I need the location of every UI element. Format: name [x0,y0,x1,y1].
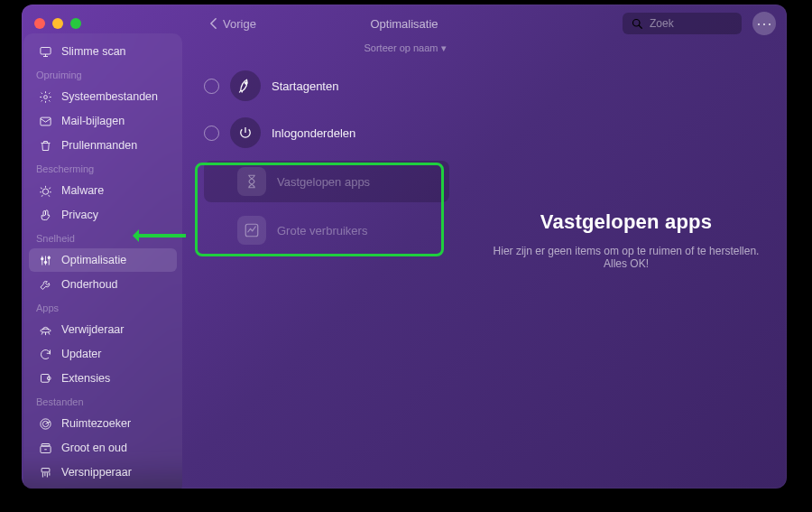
window-controls [34,18,81,29]
detail-subtitle: Hier zijn er geen items om op te ruimen … [487,245,765,270]
sidebar-item-label: Privacy [61,209,98,221]
wrench-icon [38,277,52,292]
app-window: Vorige Optimalisatie ⋯ Slimme scan Oprui… [22,5,787,489]
trash-icon [38,138,52,153]
svg-point-7 [42,189,48,194]
category-login-items[interactable]: Inlogonderdelen [204,114,449,152]
sidebar-item-label: Ruimtezoeker [61,417,131,430]
detail-panel: Vastgelopen apps Hier zijn er geen items… [487,210,765,270]
hand-icon [38,208,52,222]
svg-rect-18 [41,374,49,382]
close-window[interactable] [34,18,45,29]
sidebar-item-uninstaller[interactable]: Verwijderaar [29,318,177,341]
sidebar-item-maintenance[interactable]: Onderhoud [29,273,177,296]
gear-icon [38,89,52,104]
bug-icon [38,183,52,198]
chart-icon [237,216,266,245]
sidebar-item-label: Verwijderaar [61,323,124,336]
svg-point-31 [245,82,247,84]
sidebar-item-optimization[interactable]: Optimalisatie [29,248,177,272]
mail-icon [38,114,52,128]
maximize-window[interactable] [70,18,81,29]
svg-line-1 [639,25,641,28]
sidebar-item-label: Groot en oud [61,442,127,454]
ufo-icon [38,322,52,337]
search-box[interactable] [623,13,742,34]
category-label: Inlogonderdelen [272,126,355,140]
back-label: Vorige [223,17,256,31]
category-label: Grote verbruikers [277,224,367,237]
sidebar-item-privacy[interactable]: Privacy [29,203,177,227]
back-button[interactable]: Vorige [209,17,256,31]
sliders-icon [38,253,52,267]
sidebar-item-label: Malware [61,184,104,197]
power-icon [230,117,261,148]
minimize-window[interactable] [52,18,63,29]
category-label: Startagenten [272,79,338,93]
search-icon [632,18,642,29]
svg-rect-6 [40,117,50,126]
main-content: Sorteer op naam ▾ Startagenten Inlogonde… [189,42,787,489]
sidebar-item-updater[interactable]: Updater [29,342,177,366]
sidebar-item-mail-attachments[interactable]: Mail-bijlagen [29,109,177,133]
chevron-left-icon [209,17,217,30]
sidebar-item-extensions[interactable]: Extensies [29,367,177,390]
category-label: Vastgelopen apps [277,175,370,189]
sidebar-item-label: Versnipperaar [61,466,132,479]
sidebar: Slimme scan Opruiming Systeembestanden M… [23,33,182,489]
sort-control[interactable]: Sorteer op naam ▾ [23,42,787,54]
svg-point-13 [48,256,51,259]
account-avatar[interactable]: ⋯ [752,12,776,35]
sidebar-item-large-old[interactable]: Groot en oud [29,436,177,460]
svg-point-14 [40,329,50,332]
svg-point-5 [43,95,47,98]
rocket-icon [230,70,261,101]
category-list: Startagenten Inlogonderdelen Vastgelopen… [204,67,449,249]
svg-rect-24 [42,443,50,446]
detail-title: Vastgelopen apps [487,210,765,234]
category-heavy-consumers[interactable]: Grote verbruikers [204,211,449,249]
sidebar-section-speed: Snelheid [27,228,179,247]
sidebar-item-label: Prullenmanden [61,139,137,152]
sidebar-item-label: Extensies [61,372,110,385]
annotation-arrow [135,234,186,237]
sidebar-item-system-files[interactable]: Systeembestanden [29,85,177,108]
sidebar-item-label: Updater [61,348,101,360]
sidebar-section-apps: Apps [27,297,179,317]
puzzle-icon [38,371,52,386]
svg-line-17 [48,332,49,335]
refresh-icon [38,347,52,361]
svg-point-9 [41,257,43,260]
category-launch-agents[interactable]: Startagenten [204,67,449,105]
sidebar-section-cleanup: Opruiming [27,64,179,84]
sidebar-item-shredder[interactable]: Versnipperaar [29,461,177,484]
sidebar-item-trash-bins[interactable]: Prullenmanden [29,134,177,157]
archive-icon [38,441,52,455]
sidebar-section-files: Bestanden [27,391,179,411]
sidebar-item-label: Systeembestanden [61,90,158,103]
radio-unchecked[interactable] [204,126,219,141]
chevron-down-icon: ▾ [441,42,447,53]
sidebar-item-label: Optimalisatie [61,254,126,266]
radio-unchecked[interactable] [204,79,219,94]
sidebar-item-label: Mail-bijlagen [61,115,125,127]
radar-icon [38,416,52,431]
sidebar-item-space-lens[interactable]: Ruimtezoeker [29,412,177,435]
hourglass-icon [237,167,266,196]
sidebar-section-protection: Bescherming [27,158,179,178]
category-hung-apps[interactable]: Vastgelopen apps [204,161,449,202]
shredder-icon [38,465,52,479]
sidebar-item-label: Onderhoud [61,278,118,291]
search-input[interactable] [650,17,733,30]
svg-point-11 [44,261,47,264]
svg-line-15 [42,332,42,335]
svg-rect-26 [42,468,50,471]
sidebar-item-malware[interactable]: Malware [29,179,177,202]
